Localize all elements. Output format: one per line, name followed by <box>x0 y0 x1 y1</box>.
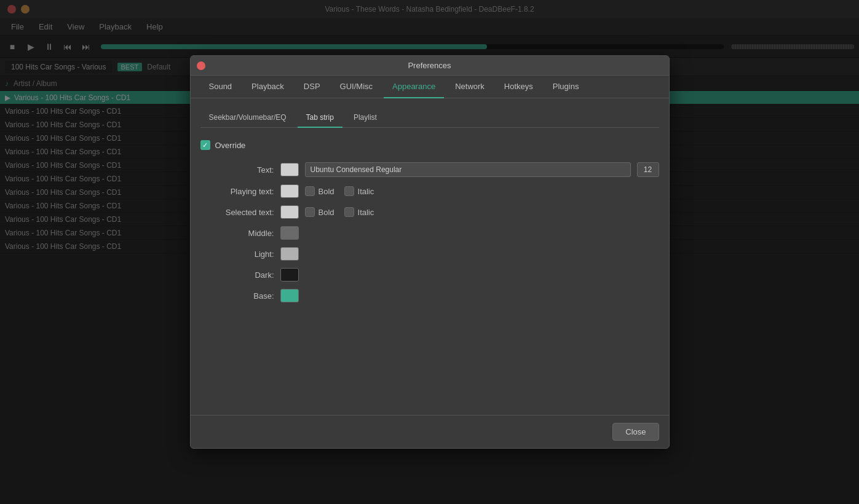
tab-dsp[interactable]: DSP <box>295 76 329 98</box>
tab-appearance[interactable]: Appearance <box>384 76 444 98</box>
sub-tab-seekbar[interactable]: Seekbar/Volumebar/EQ <box>200 108 295 128</box>
text-color-swatch[interactable] <box>280 163 299 176</box>
dark-label: Dark: <box>200 270 274 280</box>
light-row: Light: <box>200 247 659 261</box>
playing-bold-checkbox[interactable] <box>305 186 315 196</box>
selected-bold-label: Bold <box>319 208 334 217</box>
light-color-swatch[interactable] <box>280 247 299 261</box>
base-label: Base: <box>200 291 274 301</box>
selected-text-color-swatch[interactable] <box>280 205 299 219</box>
font-selector[interactable]: Ubuntu Condensed Regular <box>305 162 631 177</box>
selected-italic-label: Italic <box>358 208 374 217</box>
middle-label: Middle: <box>200 229 274 238</box>
override-row: Override <box>200 140 659 150</box>
light-label: Light: <box>200 250 274 259</box>
font-size: 12 <box>644 165 652 174</box>
close-button[interactable]: Close <box>612 423 659 441</box>
prefs-tabs: Sound Playback DSP GUI/Misc Appearance N… <box>191 76 669 98</box>
playing-text-row: Playing text: Bold Italic <box>200 184 659 198</box>
text-label: Text: <box>200 165 274 175</box>
playing-text-color-swatch[interactable] <box>280 184 299 198</box>
tab-hotkeys[interactable]: Hotkeys <box>496 76 542 98</box>
text-row: Text: Ubuntu Condensed Regular 12 <box>200 162 659 177</box>
prefs-titlebar: Preferences <box>191 56 669 76</box>
sub-tab-playlist[interactable]: Playlist <box>345 108 386 128</box>
tab-playback[interactable]: Playback <box>243 76 293 98</box>
selected-text-row: Selected text: Bold Italic <box>200 205 659 219</box>
sub-tab-tabstrip[interactable]: Tab strip <box>298 108 342 128</box>
prefs-dialog-title: Preferences <box>408 61 451 70</box>
dark-row: Dark: <box>200 268 659 282</box>
tab-sound[interactable]: Sound <box>200 76 241 98</box>
tab-guimisc[interactable]: GUI/Misc <box>331 76 381 98</box>
playing-text-label: Playing text: <box>200 187 274 196</box>
base-color-swatch[interactable] <box>280 289 299 302</box>
override-label: Override <box>215 141 246 150</box>
middle-color-swatch[interactable] <box>280 226 299 240</box>
font-size-box[interactable]: 12 <box>637 162 659 177</box>
preferences-dialog: Preferences Sound Playback DSP GUI/Misc … <box>190 55 670 449</box>
dark-color-swatch[interactable] <box>280 268 299 282</box>
sub-tabs: Seekbar/Volumebar/EQ Tab strip Playlist <box>200 108 659 128</box>
prefs-footer: Close <box>191 415 669 448</box>
prefs-close-button[interactable] <box>197 61 205 70</box>
middle-row: Middle: <box>200 226 659 240</box>
selected-bold-check-row: Bold Italic <box>305 207 374 217</box>
modal-overlay: Preferences Sound Playback DSP GUI/Misc … <box>0 0 859 504</box>
selected-text-label: Selected text: <box>200 208 274 217</box>
playing-bold-label: Bold <box>319 187 334 196</box>
selected-italic-checkbox[interactable] <box>344 207 354 217</box>
bold-check-row: Bold Italic <box>305 186 374 196</box>
tab-network[interactable]: Network <box>446 76 493 98</box>
font-name: Ubuntu Condensed Regular <box>311 165 402 174</box>
prefs-content: Seekbar/Volumebar/EQ Tab strip Playlist … <box>191 98 669 415</box>
tab-plugins[interactable]: Plugins <box>544 76 588 98</box>
selected-bold-checkbox[interactable] <box>305 207 315 217</box>
base-row: Base: <box>200 289 659 302</box>
playing-italic-checkbox[interactable] <box>344 186 354 196</box>
override-checkbox[interactable] <box>200 140 210 150</box>
playing-italic-label: Italic <box>358 187 374 196</box>
